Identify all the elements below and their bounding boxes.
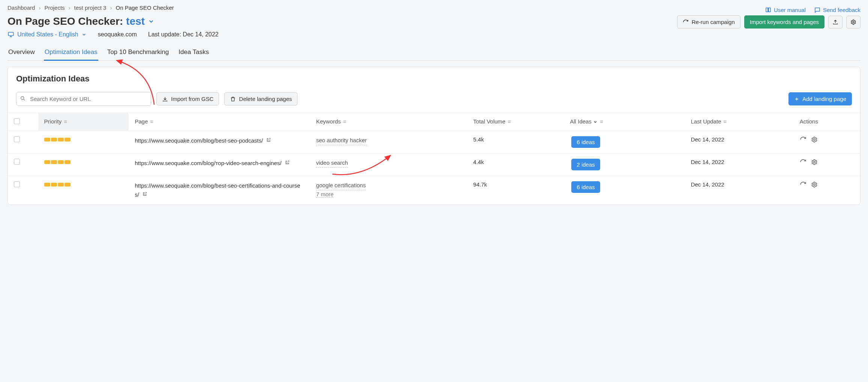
table-row: https://www.seoquake.com/blog/best-seo-c… (8, 176, 860, 205)
external-link-icon[interactable] (285, 160, 290, 165)
volume-value: 4.4k (467, 153, 564, 176)
breadcrumb: Dashboard › Projects › test project 3 › … (8, 5, 174, 11)
page-url[interactable]: https://www.seoquake.com/blog/тор-video-… (135, 159, 304, 168)
priority-indicator (44, 160, 71, 164)
ideas-button[interactable]: 6 ideas (571, 181, 600, 193)
chevron-right-icon: › (69, 5, 71, 11)
trash-icon (230, 96, 236, 102)
col-keywords[interactable]: Keywords≡ (310, 113, 467, 131)
tab-idea-tasks[interactable]: Idea Tasks (178, 45, 210, 60)
gear-icon (850, 19, 856, 25)
import-keywords-button[interactable]: Import keywords and pages (744, 15, 824, 29)
volume-value: 5.4k (467, 131, 564, 153)
breadcrumb-item[interactable]: Projects (44, 5, 65, 11)
book-icon (765, 7, 772, 14)
breadcrumb-current: On Page SEO Checker (116, 5, 174, 11)
chevron-right-icon: › (39, 5, 41, 11)
col-priority[interactable]: Priority≡ (38, 113, 129, 131)
row-checkbox[interactable] (14, 159, 20, 165)
last-update-label: Last update: Dec 14, 2022 (148, 31, 219, 38)
plus-icon (794, 96, 799, 102)
keyword-link[interactable]: video search (316, 159, 348, 168)
ideas-table: Priority≡ Page≡ Keywords≡ Total Volume≡ … (8, 113, 860, 205)
gear-icon[interactable] (811, 181, 818, 188)
volume-value: 94.7k (467, 176, 564, 205)
locale-selector[interactable]: United States - English (8, 31, 87, 38)
select-all-checkbox[interactable] (14, 118, 20, 124)
desktop-icon (8, 31, 14, 38)
delete-pages-button[interactable]: Delete landing pages (224, 92, 297, 105)
svg-point-3 (813, 139, 815, 141)
sort-icon: ≡ (150, 118, 153, 125)
refresh-icon[interactable] (800, 136, 806, 143)
send-feedback-link[interactable]: Send feedback (814, 7, 860, 14)
svg-point-1 (853, 21, 854, 23)
feedback-icon (814, 7, 821, 14)
last-update-value: Dec 14, 2022 (685, 176, 794, 205)
sort-icon: ≡ (508, 118, 511, 125)
tab-overview[interactable]: Overview (8, 45, 36, 60)
last-update-value: Dec 14, 2022 (685, 153, 794, 176)
refresh-icon[interactable] (800, 159, 806, 165)
settings-button[interactable] (846, 16, 860, 29)
row-checkbox[interactable] (14, 181, 20, 187)
download-icon (162, 96, 168, 102)
chevron-right-icon: › (110, 5, 112, 11)
ideas-button[interactable]: 6 ideas (571, 136, 600, 148)
priority-indicator (44, 183, 71, 186)
svg-point-5 (813, 184, 815, 186)
page-url[interactable]: https://www.seoquake.com/blog/best-seo-p… (135, 136, 304, 145)
row-checkbox[interactable] (14, 136, 20, 142)
gear-icon[interactable] (811, 159, 818, 165)
table-row: https://www.seoquake.com/blog/best-seo-p… (8, 131, 860, 153)
search-icon (20, 95, 26, 102)
chevron-down-icon (593, 120, 598, 124)
search-input[interactable] (16, 92, 151, 106)
col-page[interactable]: Page≡ (129, 113, 310, 131)
tab-top10[interactable]: Top 10 Benchmarking (107, 45, 170, 60)
rerun-button[interactable]: Re-run campaign (677, 15, 740, 29)
gear-icon[interactable] (811, 136, 818, 143)
project-name[interactable]: test (126, 15, 145, 27)
export-button[interactable] (828, 16, 842, 29)
user-manual-link[interactable]: User manual (765, 7, 806, 14)
col-ideas[interactable]: All Ideas ≡ (564, 113, 685, 131)
sort-icon: ≡ (64, 118, 67, 125)
col-last-update[interactable]: Last Update≡ (685, 113, 794, 131)
ideas-button[interactable]: 2 ideas (571, 159, 600, 170)
sort-icon: ≡ (724, 118, 727, 125)
tabs: Overview Optimization Ideas Top 10 Bench… (8, 45, 860, 61)
upload-icon (832, 19, 838, 25)
add-landing-page-button[interactable]: Add landing page (788, 92, 852, 105)
page-url[interactable]: https://www.seoquake.com/blog/best-seo-c… (135, 181, 304, 199)
col-volume[interactable]: Total Volume≡ (467, 113, 564, 131)
domain-label: seoquake.com (98, 31, 137, 38)
optimization-ideas-panel: Optimization Ideas Import from GSC Delet… (8, 67, 860, 205)
breadcrumb-item[interactable]: test project 3 (74, 5, 107, 11)
col-actions: Actions (794, 113, 860, 131)
external-link-icon[interactable] (266, 137, 271, 143)
import-gsc-button[interactable]: Import from GSC (156, 92, 219, 105)
svg-point-2 (21, 96, 24, 99)
refresh-icon[interactable] (800, 181, 806, 188)
chevron-down-icon[interactable] (148, 15, 155, 27)
refresh-icon (683, 19, 689, 25)
tab-optimization-ideas[interactable]: Optimization Ideas (44, 45, 98, 61)
last-update-value: Dec 14, 2022 (685, 131, 794, 153)
external-link-icon[interactable] (142, 191, 147, 197)
chevron-down-icon (81, 32, 87, 37)
svg-rect-0 (8, 32, 14, 36)
priority-indicator (44, 138, 71, 141)
svg-point-4 (813, 161, 815, 163)
page-title: On Page SEO Checker: test (8, 15, 219, 27)
breadcrumb-item[interactable]: Dashboard (8, 5, 35, 11)
keyword-link[interactable]: seo authority hacker (316, 136, 367, 145)
panel-title: Optimization Ideas (8, 67, 860, 86)
sort-icon: ≡ (343, 118, 347, 125)
table-row: https://www.seoquake.com/blog/тор-video-… (8, 153, 860, 176)
sort-icon: ≡ (600, 118, 603, 125)
keyword-link[interactable]: google certifications (316, 181, 366, 190)
keyword-more[interactable]: 7 more (316, 191, 334, 198)
